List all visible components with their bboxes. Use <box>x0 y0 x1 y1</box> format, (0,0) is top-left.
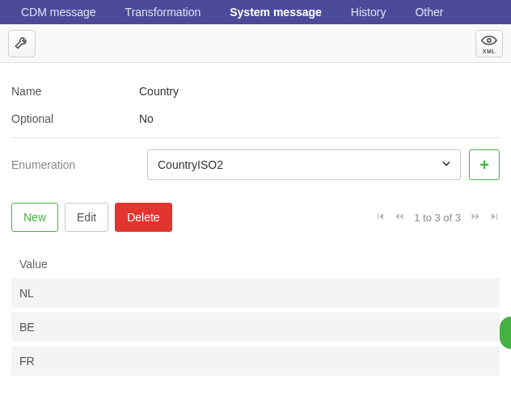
field-optional: Optional No <box>11 105 500 132</box>
chevron-first-icon <box>375 212 385 224</box>
table-row[interactable]: NL <box>11 279 500 308</box>
enumeration-select-wrap: CountryISO2 <box>147 149 461 180</box>
xml-view-button[interactable]: XML <box>475 30 503 57</box>
tab-other[interactable]: Other <box>400 0 458 24</box>
edit-button[interactable]: Edit <box>65 203 108 232</box>
wrench-icon <box>14 34 30 52</box>
optional-value: No <box>139 112 154 125</box>
values-table: Value NL BE FR <box>11 250 500 376</box>
actions-row: New Edit Delete 1 to 3 of 3 <box>11 203 500 232</box>
page-first-button[interactable] <box>375 212 385 224</box>
separator <box>11 137 500 138</box>
toolbar: XML <box>0 24 511 63</box>
name-label: Name <box>11 85 139 98</box>
add-enumeration-button[interactable]: + <box>469 149 500 180</box>
page-last-button[interactable] <box>490 212 500 224</box>
top-nav: CDM message Transformation System messag… <box>0 0 511 24</box>
table-header-value: Value <box>11 250 500 279</box>
page-next-button[interactable] <box>471 212 480 224</box>
chevron-last-icon <box>490 212 500 224</box>
field-name: Name Country <box>11 78 500 105</box>
enumeration-select[interactable]: CountryISO2 <box>147 149 461 180</box>
enumeration-selected-text: CountryISO2 <box>158 158 223 171</box>
table-row[interactable]: FR <box>11 346 500 376</box>
table-row[interactable]: BE <box>11 313 500 342</box>
optional-label: Optional <box>11 112 139 125</box>
chevron-next-icon <box>471 212 480 224</box>
chevron-prev-icon <box>395 212 404 224</box>
delete-button[interactable]: Delete <box>115 203 171 232</box>
crud-buttons: New Edit Delete <box>11 203 172 232</box>
field-enumeration: Enumeration CountryISO2 + <box>11 149 500 180</box>
enumeration-label: Enumeration <box>11 158 139 171</box>
page-prev-button[interactable] <box>395 212 404 224</box>
pagination: 1 to 3 of 3 <box>375 212 500 224</box>
tab-system-message[interactable]: System message <box>215 0 336 24</box>
tab-cdm-message[interactable]: CDM message <box>6 0 111 24</box>
eye-xml-icon: XML <box>481 32 497 54</box>
tab-transformation[interactable]: Transformation <box>111 0 216 24</box>
new-button[interactable]: New <box>11 203 58 232</box>
side-drawer-handle[interactable] <box>500 317 511 349</box>
tab-history[interactable]: History <box>336 0 401 24</box>
svg-point-0 <box>488 39 491 42</box>
content: Name Country Optional No Enumeration Cou… <box>0 63 511 376</box>
pagination-text: 1 to 3 of 3 <box>414 212 461 224</box>
plus-icon: + <box>479 156 489 174</box>
settings-button[interactable] <box>8 30 36 57</box>
name-value: Country <box>139 85 179 98</box>
